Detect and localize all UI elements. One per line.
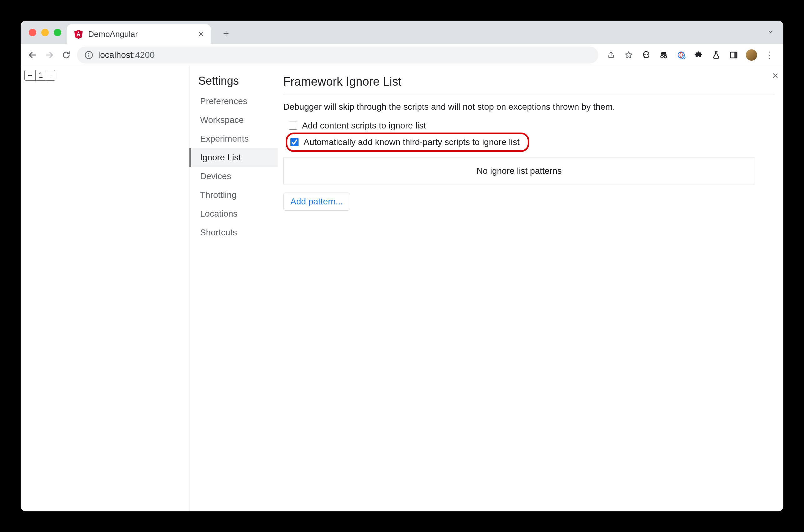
panel-title: Framework Ignore List [283, 75, 774, 94]
panel-description: Debugger will skip through the scripts a… [283, 102, 774, 112]
profile-avatar[interactable] [746, 50, 757, 61]
empty-patterns-text: No ignore list patterns [476, 166, 561, 176]
thirdparty-checkbox[interactable] [290, 138, 299, 146]
window-maximize-button[interactable] [54, 29, 61, 36]
content-scripts-checkbox[interactable] [289, 121, 297, 130]
forward-button[interactable] [43, 49, 56, 61]
extension-globe-icon[interactable] [676, 50, 687, 60]
settings-title: Settings [189, 74, 277, 92]
share-icon[interactable] [606, 50, 616, 60]
browser-window: DemoAngular × + localhost:4200 [21, 21, 783, 511]
svg-rect-11 [683, 57, 684, 58]
address-input[interactable]: localhost:4200 [77, 46, 598, 63]
sidebar-item-throttling[interactable]: Throttling [189, 186, 277, 205]
content-area: + 1 - × Settings Preferences Workspace E… [21, 66, 783, 511]
browser-tab[interactable]: DemoAngular × [67, 24, 211, 44]
add-pattern-button[interactable]: Add pattern... [283, 193, 350, 211]
browser-menu-icon[interactable]: ⋮ [764, 50, 774, 60]
close-settings-icon[interactable]: × [772, 70, 778, 81]
page-content: + 1 - [21, 66, 189, 511]
incognito-icon[interactable] [658, 50, 669, 60]
svg-point-5 [644, 54, 646, 55]
sidebar-item-preferences[interactable]: Preferences [189, 92, 277, 111]
counter-minus-button[interactable]: - [46, 70, 55, 80]
window-minimize-button[interactable] [41, 29, 49, 36]
ignore-list-panel: Framework Ignore List Debugger will skip… [277, 66, 783, 511]
content-scripts-checkbox-row[interactable]: Add content scripts to ignore list [286, 119, 774, 133]
tab-title: DemoAngular [88, 30, 193, 39]
reload-button[interactable] [60, 49, 73, 61]
svg-point-7 [661, 55, 663, 58]
bookmark-star-icon[interactable] [623, 50, 634, 60]
svg-point-3 [88, 53, 89, 54]
sidebar-item-locations[interactable]: Locations [189, 205, 277, 223]
extensions-puzzle-icon[interactable] [693, 50, 704, 60]
sidebar-item-workspace[interactable]: Workspace [189, 111, 277, 129]
content-scripts-label: Add content scripts to ignore list [302, 121, 426, 131]
counter-plus-button[interactable]: + [25, 70, 36, 80]
angular-icon [74, 30, 83, 39]
back-button[interactable] [26, 49, 39, 61]
traffic-lights [29, 29, 61, 36]
ignore-patterns-list: No ignore list patterns [283, 157, 755, 185]
tabbar-chevron-icon[interactable] [766, 27, 774, 36]
sidepanel-icon[interactable] [728, 50, 739, 60]
window-close-button[interactable] [29, 29, 36, 36]
sidebar-item-devices[interactable]: Devices [189, 167, 277, 186]
sidebar-item-shortcuts[interactable]: Shortcuts [189, 223, 277, 242]
thirdparty-label: Automatically add known third-party scri… [304, 137, 519, 147]
sidebar-item-experiments[interactable]: Experiments [189, 129, 277, 148]
info-icon[interactable] [84, 51, 93, 59]
svg-rect-4 [89, 54, 89, 57]
counter-control: + 1 - [24, 70, 55, 81]
highlighted-option: Automatically add known third-party scri… [286, 133, 529, 152]
sidebar-item-ignore-list[interactable]: Ignore List [189, 148, 277, 167]
svg-rect-13 [734, 52, 737, 58]
svg-point-6 [647, 54, 648, 55]
new-tab-button[interactable]: + [217, 25, 234, 42]
titlebar: DemoAngular × + [21, 21, 783, 44]
url-text: localhost:4200 [98, 50, 155, 60]
toolbar-right: ⋮ [603, 50, 778, 61]
counter-value: 1 [36, 70, 46, 80]
tab-close-icon[interactable]: × [198, 29, 204, 39]
settings-sidebar: Settings Preferences Workspace Experimen… [189, 66, 277, 511]
devtools-settings: × Settings Preferences Workspace Experim… [189, 66, 783, 511]
extension-skull-icon[interactable] [641, 50, 651, 60]
labs-flask-icon[interactable] [711, 50, 722, 60]
thirdparty-checkbox-row[interactable]: Automatically add known third-party scri… [287, 135, 523, 149]
svg-point-8 [664, 55, 667, 58]
addressbar: localhost:4200 [21, 44, 783, 66]
